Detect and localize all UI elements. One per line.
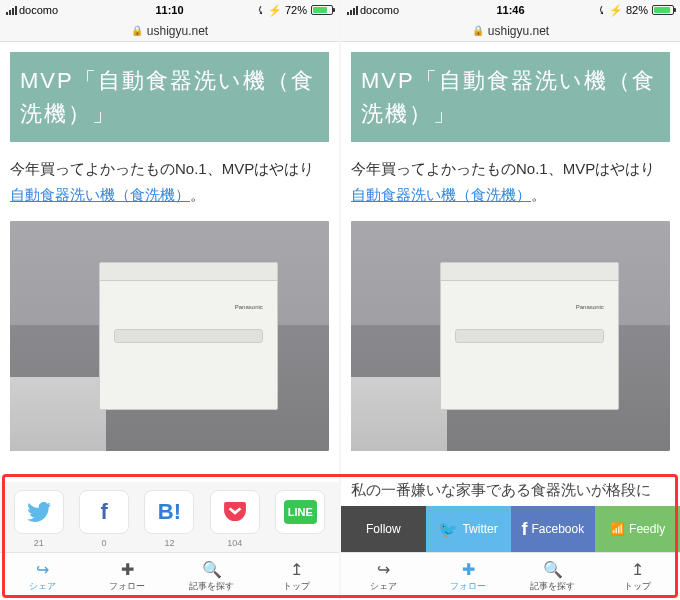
tab-share[interactable]: ↪シェア	[0, 553, 85, 600]
bottom-overlay: Follow 🐦Twitter fFacebook 📶Feedly ↪シェア ✚…	[341, 506, 680, 600]
lock-icon: 🔒	[472, 25, 484, 36]
tab-bar: ↪シェア ✚フォロー 🔍記事を探す ↥トップ	[341, 552, 680, 600]
share-count: 21	[34, 538, 44, 548]
follow-bar: Follow 🐦Twitter fFacebook 📶Feedly	[341, 506, 680, 552]
status-bar: docomo 11:46 ⤹ ⚡ 82%	[341, 0, 680, 20]
share-hatena-button[interactable]: B!	[144, 490, 194, 534]
plus-icon: ✚	[121, 560, 134, 579]
share-count: 104	[227, 538, 242, 548]
share-bar: 21 f0 B!12 104 LINE 約できるようになりました。	[0, 482, 339, 552]
status-indicators: ⤹ ⚡ 72%	[256, 4, 307, 17]
share-count: 0	[102, 538, 107, 548]
carrier-label: docomo	[19, 4, 58, 16]
article-heading: MVP「自動食器洗い機（食洗機）」	[351, 52, 670, 142]
share-count: 12	[164, 538, 174, 548]
share-facebook-button[interactable]: f	[79, 490, 129, 534]
share-icon: ↪	[36, 560, 49, 579]
signal-icon	[347, 6, 358, 15]
carrier-label: docomo	[360, 4, 399, 16]
lock-icon: 🔒	[131, 25, 143, 36]
status-bar: docomo 11:10 ⤹ ⚡ 72%	[0, 0, 339, 20]
intro-paragraph: 今年買ってよかったものNo.1、MVPはやはり自動食器洗い機（食洗機）。	[351, 156, 670, 207]
truncated-paragraph: 私の一番嫌いな家事である食器洗いが格段に	[341, 477, 680, 507]
tab-top[interactable]: ↥トップ	[595, 553, 680, 600]
battery-icon	[311, 5, 333, 15]
facebook-icon: f	[522, 519, 528, 540]
follow-feedly-button[interactable]: 📶Feedly	[595, 506, 680, 552]
domain-label: ushigyu.net	[147, 24, 208, 38]
signal-icon	[6, 6, 17, 15]
dishwasher-photo: Panasonic	[10, 221, 329, 451]
twitter-icon: 🐦	[438, 520, 458, 539]
browser-url-bar[interactable]: 🔒 ushigyu.net	[0, 20, 339, 42]
tab-top[interactable]: ↥トップ	[254, 553, 339, 600]
tab-follow[interactable]: ✚フォロー	[426, 553, 511, 600]
share-pocket-button[interactable]	[210, 490, 260, 534]
dishwasher-photo: Panasonic	[351, 221, 670, 451]
search-icon: 🔍	[202, 560, 222, 579]
twitter-icon	[27, 502, 51, 522]
clock: 11:10	[115, 4, 224, 16]
dishwasher-link[interactable]: 自動食器洗い機（食洗機）	[10, 186, 190, 203]
follow-twitter-button[interactable]: 🐦Twitter	[426, 506, 511, 552]
tab-search[interactable]: 🔍記事を探す	[511, 553, 596, 600]
tab-search[interactable]: 🔍記事を探す	[170, 553, 255, 600]
dishwasher-link[interactable]: 自動食器洗い機（食洗機）	[351, 186, 531, 203]
share-line-button[interactable]: LINE	[275, 490, 325, 534]
tab-follow[interactable]: ✚フォロー	[85, 553, 170, 600]
line-icon: LINE	[284, 500, 317, 524]
follow-facebook-button[interactable]: fFacebook	[511, 506, 596, 552]
share-twitter-button[interactable]	[14, 490, 64, 534]
phone-right: docomo 11:46 ⤹ ⚡ 82% 🔒 ushigyu.net MVP「自…	[341, 0, 680, 600]
phone-left: docomo 11:10 ⤹ ⚡ 72% 🔒 ushigyu.net MVP「自…	[0, 0, 339, 600]
page-content[interactable]: MVP「自動食器洗い機（食洗機）」 今年買ってよかったものNo.1、MVPはやは…	[0, 42, 339, 482]
tab-bar: ↪シェア ✚フォロー 🔍記事を探す ↥トップ	[0, 552, 339, 600]
article-heading: MVP「自動食器洗い機（食洗機）」	[10, 52, 329, 142]
search-icon: 🔍	[543, 560, 563, 579]
tab-share[interactable]: ↪シェア	[341, 553, 426, 600]
page-content[interactable]: MVP「自動食器洗い機（食洗機）」 今年買ってよかったものNo.1、MVPはやは…	[341, 42, 680, 477]
top-icon: ↥	[631, 560, 644, 579]
status-indicators: ⤹ ⚡ 82%	[597, 4, 648, 17]
follow-label-button[interactable]: Follow	[341, 506, 426, 552]
bottom-overlay: 21 f0 B!12 104 LINE 約できるようになりました。 ↪シェア ✚…	[0, 482, 339, 600]
pocket-icon	[224, 502, 246, 522]
share-icon: ↪	[377, 560, 390, 579]
intro-paragraph: 今年買ってよかったものNo.1、MVPはやはり自動食器洗い機（食洗機）。	[10, 156, 329, 207]
browser-url-bar[interactable]: 🔒 ushigyu.net	[341, 20, 680, 42]
clock: 11:46	[456, 4, 565, 16]
feedly-icon: 📶	[610, 522, 625, 536]
plus-icon: ✚	[462, 560, 475, 579]
battery-icon	[652, 5, 674, 15]
domain-label: ushigyu.net	[488, 24, 549, 38]
facebook-icon: f	[100, 499, 107, 525]
hatena-icon: B!	[158, 499, 181, 525]
top-icon: ↥	[290, 560, 303, 579]
